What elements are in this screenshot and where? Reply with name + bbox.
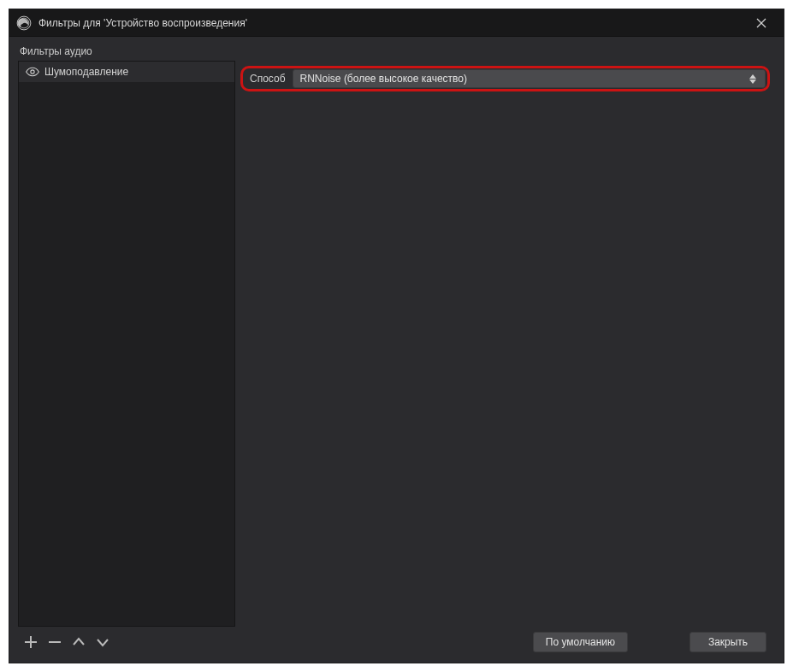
visibility-icon[interactable] (26, 65, 39, 79)
obs-logo-icon (16, 15, 32, 31)
bottom-bar: По умолчанию Закрыть (18, 627, 775, 657)
method-label: Способ (243, 73, 293, 85)
filter-settings-pane: Способ RNNoise (более высокое качество) (235, 61, 775, 627)
audio-filters-label: Фильтры аудио (18, 45, 775, 57)
list-item[interactable]: Шумоподавление (19, 62, 234, 82)
method-dropdown-value: RNNoise (более высокое качество) (300, 73, 748, 85)
add-filter-button[interactable] (23, 634, 38, 650)
defaults-button-label: По умолчанию (546, 636, 615, 648)
dropdown-arrows-icon (748, 72, 758, 85)
method-row-highlight: Способ RNNoise (более высокое качество) (240, 66, 770, 91)
filter-list[interactable]: Шумоподавление (18, 61, 235, 627)
method-dropdown[interactable]: RNNoise (более высокое качество) (293, 69, 766, 88)
close-button-label: Закрыть (708, 636, 748, 648)
list-controls (18, 634, 110, 650)
titlebar: Фильтры для 'Устройство воспроизведения' (9, 9, 784, 37)
svg-point-4 (31, 70, 34, 74)
filters-dialog: Фильтры для 'Устройство воспроизведения'… (9, 9, 784, 663)
close-button[interactable]: Закрыть (689, 632, 766, 652)
body-row: Шумоподавление Способ RNNoise (более выс… (18, 61, 775, 627)
dialog-content: Фильтры аудио Шумоподавление Способ (9, 37, 784, 663)
filter-item-label: Шумоподавление (44, 66, 128, 78)
move-down-button[interactable] (95, 634, 110, 650)
move-up-button[interactable] (71, 634, 86, 650)
defaults-button[interactable]: По умолчанию (533, 632, 628, 652)
window-title: Фильтры для 'Устройство воспроизведения' (38, 17, 746, 29)
remove-filter-button[interactable] (47, 634, 62, 650)
close-window-button[interactable] (746, 11, 777, 35)
